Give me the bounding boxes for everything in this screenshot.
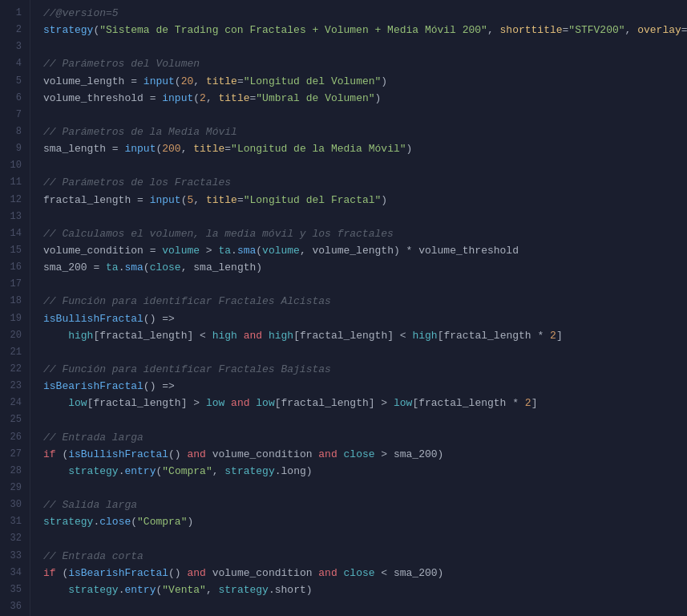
line-number: 19 [0,310,30,327]
code-line: isBullishFractal() => [43,310,687,327]
code-line: volume_condition = volume > ta.sma(volum… [43,242,687,259]
line-number: 35 [0,582,30,598]
code-line: // Calculamos el volumen, la media móvil… [43,225,687,242]
line-number: 1 [0,5,30,22]
line-number: 13 [0,209,30,225]
line-number: 24 [0,395,30,411]
code-line [43,598,687,615]
line-number: 32 [0,530,30,547]
code-line: // Parámetros de la Media Móvil [43,124,687,140]
line-number: 6 [0,90,30,107]
line-number: 28 [0,463,30,480]
code-line: if (isBullishFractal() and volume_condit… [43,446,687,463]
code-editor: 1234567891011121314151617181920212223242… [0,0,687,616]
code-line: // Función para identificar Fractales Ba… [43,361,687,378]
line-number: 2 [0,22,30,38]
code-line: // Entrada corta [43,548,687,565]
line-number: 5 [0,73,30,90]
code-line [43,480,687,496]
code-line: // Entrada larga [43,429,687,446]
code-line: high[fractal_length] < high and high[fra… [43,327,687,344]
line-number: 22 [0,361,30,378]
code-line: sma_200 = ta.sma(close, sma_length) [43,259,687,276]
code-line: if (isBearishFractal() and volume_condit… [43,565,687,582]
code-line: //@version=5 [43,5,687,22]
code-line: fractal_length = input(5, title="Longitu… [43,192,687,209]
line-number: 17 [0,276,30,293]
code-line: // Función para identificar Fractales Al… [43,293,687,310]
line-number: 16 [0,259,30,276]
code-content: //@version=5strategy("Sistema de Trading… [30,0,687,616]
line-number: 21 [0,344,30,361]
line-number: 14 [0,225,30,242]
code-line [43,157,687,174]
line-number: 18 [0,293,30,310]
code-line [43,530,687,547]
code-line: strategy("Sistema de Trading con Fractal… [43,22,687,38]
line-number: 10 [0,157,30,174]
code-line [43,344,687,361]
code-line [43,276,687,293]
line-number: 15 [0,242,30,259]
line-number: 11 [0,174,30,191]
code-line [43,209,687,225]
line-number: 25 [0,411,30,428]
code-line: strategy.entry("Venta", strategy.short) [43,582,687,598]
code-line [43,38,687,55]
line-numbers: 1234567891011121314151617181920212223242… [0,0,30,616]
code-line: isBearishFractal() => [43,378,687,395]
line-number: 31 [0,513,30,530]
line-number: 3 [0,38,30,55]
line-number: 9 [0,140,30,157]
code-line [43,107,687,124]
line-number: 29 [0,480,30,496]
line-number: 8 [0,124,30,140]
line-number: 33 [0,548,30,565]
code-line: low[fractal_length] > low and low[fracta… [43,395,687,411]
code-line: strategy.close("Compra") [43,513,687,530]
line-number: 7 [0,107,30,124]
line-number: 23 [0,378,30,395]
line-number: 36 [0,598,30,615]
line-number: 30 [0,496,30,513]
line-number: 20 [0,327,30,344]
line-number: 34 [0,565,30,582]
line-number: 27 [0,446,30,463]
line-number: 26 [0,429,30,446]
code-line: volume_threshold = input(2, title="Umbra… [43,90,687,107]
code-line: volume_length = input(20, title="Longitu… [43,73,687,90]
code-line: // Parámetros de los Fractales [43,174,687,191]
code-line: // Salida larga [43,496,687,513]
code-line: sma_length = input(200, title="Longitud … [43,140,687,157]
line-number: 12 [0,192,30,209]
code-line [43,411,687,428]
code-line: // Parámetros del Volumen [43,55,687,72]
code-line: strategy.entry("Compra", strategy.long) [43,463,687,480]
line-number: 4 [0,55,30,72]
